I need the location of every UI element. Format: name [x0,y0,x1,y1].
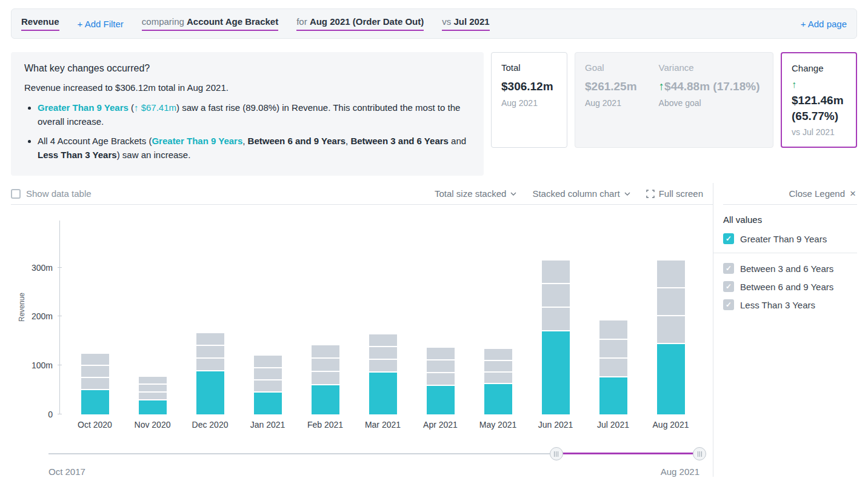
text-run: Between 3 and 6 Years [350,136,448,146]
kpi-card-total[interactable]: Total $306.12m Aug 2021 [491,52,567,148]
show-data-table-toggle[interactable]: Show data table [11,188,92,199]
segment-less-than-3-years[interactable] [81,354,109,365]
add-page-button[interactable]: + Add page [801,19,847,29]
segment-greater-than-9-years[interactable] [542,331,570,414]
kpi-variance-label: Variance [659,62,760,73]
segment-greater-than-9-years[interactable] [484,384,512,414]
segment-less-than-3-years[interactable] [542,261,570,283]
segment-less-than-3-years[interactable] [369,334,397,346]
vs-selector[interactable]: vs Jul 2021 [442,16,489,31]
stacked-bar[interactable] [542,261,570,414]
stacked-bar[interactable] [657,261,685,414]
date-prefix: for [296,16,310,27]
stacked-bar[interactable] [427,348,455,414]
segment-between-6-and-9-years[interactable] [599,340,627,357]
y-tick-label: 0 [22,410,53,419]
kpi-card-goal-variance[interactable]: Goal $261.25m Aug 2021 Variance ↑$44.88m… [575,52,773,148]
add-filter-button[interactable]: + Add Filter [78,19,124,29]
kpi-change-period: vs Jul 2021 [792,127,846,137]
dashboard: Revenue + Add Filter comparing Account A… [0,0,868,477]
segment-between-3-and-6-years[interactable] [312,372,339,384]
stacked-bar[interactable] [312,345,339,414]
comparing-selector[interactable]: comparing Account Age Bracket [142,16,278,31]
segment-between-6-and-9-years[interactable] [427,360,455,372]
stacked-column-chart: Revenue 0100m200m300m Oct 2020Nov 2020De… [11,205,713,430]
segment-between-6-and-9-years[interactable] [369,347,397,359]
segment-between-3-and-6-years[interactable] [254,380,282,391]
segment-between-3-and-6-years[interactable] [542,308,570,330]
bars-container: Oct 2020Nov 2020Dec 2020Jan 2021Feb 2021… [60,221,706,414]
segment-less-than-3-years[interactable] [484,349,512,360]
stacked-bar[interactable] [81,354,109,414]
chart-type-dropdown[interactable]: Stacked column chart [532,188,630,199]
segment-less-than-3-years[interactable] [139,377,167,383]
segment-between-6-and-9-years[interactable] [484,361,512,371]
segment-between-3-and-6-years[interactable] [81,378,109,389]
legend-item-greater-than-9-years[interactable]: ✓ Greater Than 9 Years [723,233,857,244]
segment-between-6-and-9-years[interactable] [312,359,339,371]
checkbox-checked-icon[interactable]: ✓ [723,281,734,292]
legend-item-less-than-3-years[interactable]: ✓ Less Than 3 Years [723,299,857,310]
kpi-card-change[interactable]: Change ↑ $121.46m (65.77%) vs Jul 2021 [781,52,857,148]
stacked-bar[interactable] [254,356,282,414]
show-data-table-checkbox[interactable] [11,189,21,199]
segment-less-than-3-years[interactable] [254,356,282,367]
text-run: ) saw an increase. [117,150,191,160]
date-range-slider[interactable] [48,446,699,462]
slider-selected-range[interactable] [556,453,699,454]
full-screen-button[interactable]: Full screen [646,188,703,199]
close-icon: × [850,188,856,199]
close-legend-button[interactable]: Close Legend × [723,183,857,205]
legend-item-between-6-and-9-years[interactable]: ✓ Between 6 and 9 Years [723,281,857,292]
legend-panel: Close Legend × All values ✓ Greater Than… [713,183,857,477]
segment-between-6-and-9-years[interactable] [542,284,570,307]
bar-slot-feb-2021: Feb 2021 [296,221,354,414]
segment-less-than-3-years[interactable] [427,348,455,359]
text-run: Greater Than 9 Years [38,102,129,113]
segment-between-6-and-9-years[interactable] [254,368,282,379]
segment-between-3-and-6-years[interactable] [196,359,224,370]
date-selector[interactable]: for Aug 2021 (Order Date Out) [296,16,424,31]
insight-summary: Revenue increased to $306.12m total in A… [24,82,470,93]
segment-greater-than-9-years[interactable] [369,373,397,414]
segment-less-than-3-years[interactable] [599,320,627,339]
segment-between-3-and-6-years[interactable] [484,373,512,383]
checkbox-checked-icon[interactable]: ✓ [723,233,734,244]
segment-greater-than-9-years[interactable] [81,390,109,414]
segment-between-6-and-9-years[interactable] [139,385,167,391]
segment-greater-than-9-years[interactable] [139,400,167,414]
kpi-goal-label: Goal [585,62,637,73]
metric-selector[interactable]: Revenue [21,16,59,31]
checkbox-checked-icon[interactable]: ✓ [723,263,734,274]
segment-greater-than-9-years[interactable] [312,385,339,414]
segment-between-6-and-9-years[interactable] [657,288,685,315]
segment-between-3-and-6-years[interactable] [599,359,627,376]
segment-less-than-3-years[interactable] [312,345,339,357]
segment-between-6-and-9-years[interactable] [196,346,224,357]
segment-between-3-and-6-years[interactable] [427,373,455,385]
segment-greater-than-9-years[interactable] [196,371,224,414]
stacked-bar[interactable] [369,334,397,414]
segment-between-3-and-6-years[interactable] [139,393,167,399]
segment-between-6-and-9-years[interactable] [81,366,109,377]
segment-less-than-3-years[interactable] [657,261,685,287]
segment-less-than-3-years[interactable] [196,333,224,345]
bar-slot-oct-2020: Oct 2020 [66,221,124,414]
stacked-bar[interactable] [484,349,512,414]
segment-greater-than-9-years[interactable] [254,393,282,414]
stacked-bar[interactable] [196,333,224,414]
stacked-bar[interactable] [139,377,167,414]
segment-greater-than-9-years[interactable] [599,377,627,414]
total-size-dropdown[interactable]: Total size stacked [435,188,516,199]
x-axis-label: Dec 2020 [192,420,229,430]
segment-greater-than-9-years[interactable] [427,386,455,414]
range-slider-handle-right[interactable] [693,447,706,460]
segment-between-3-and-6-years[interactable] [657,316,685,343]
range-slider-handle-left[interactable] [550,447,563,460]
segment-greater-than-9-years[interactable] [657,344,685,414]
stacked-bar[interactable] [599,320,627,414]
segment-between-3-and-6-years[interactable] [369,360,397,371]
legend-item-between-3-and-6-years[interactable]: ✓ Between 3 and 6 Years [723,263,857,274]
x-axis-label: May 2021 [479,420,516,430]
checkbox-checked-icon[interactable]: ✓ [723,299,734,310]
